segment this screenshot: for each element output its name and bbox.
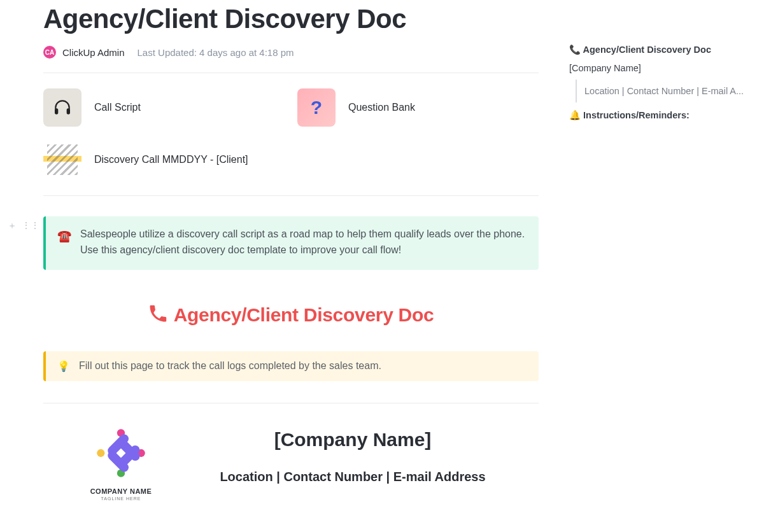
doc-heading: Agency/Client Discovery Doc bbox=[43, 304, 539, 326]
phone-icon bbox=[148, 304, 167, 326]
tip-callout[interactable]: 💡 Fill out this page to track the call l… bbox=[43, 351, 539, 381]
bell-icon: 🔔 bbox=[569, 110, 581, 120]
add-block-icon[interactable]: ＋ bbox=[8, 220, 17, 232]
question-icon: ? bbox=[297, 88, 336, 127]
drag-handle-icon[interactable]: ⋮⋮ bbox=[22, 220, 39, 232]
outline-item[interactable]: [Company Name] bbox=[569, 59, 754, 77]
block-gutter: ＋ ⋮⋮ bbox=[8, 220, 39, 232]
lightbulb-icon: 💡 bbox=[57, 360, 70, 372]
last-updated-value: 4 days ago at 4:18 pm bbox=[199, 47, 294, 58]
subpage-label: Discovery Call MMDDYY - [Client] bbox=[94, 154, 248, 165]
divider bbox=[43, 403, 539, 403]
author-avatar[interactable]: CA bbox=[43, 46, 56, 59]
divider bbox=[43, 73, 539, 73]
divider bbox=[43, 195, 539, 196]
company-block: COMPANY NAME TAGLINE HERE [Company Name]… bbox=[43, 425, 539, 501]
outline-item[interactable]: Location | Contact Number | E-mail A... bbox=[584, 82, 754, 100]
last-updated: Last Updated: 4 days ago at 4:18 pm bbox=[138, 47, 294, 58]
company-name-heading: [Company Name] bbox=[192, 429, 513, 451]
author-name[interactable]: ClickUp Admin bbox=[62, 47, 125, 58]
outline-subgroup: Location | Contact Number | E-mail A... bbox=[576, 80, 754, 102]
phone-emoji-icon: ☎️ bbox=[57, 228, 71, 258]
page-title: Agency/Client Discovery Doc bbox=[43, 4, 539, 34]
outline-item[interactable]: 📞 Agency/Client Discovery Doc bbox=[569, 41, 754, 59]
document-main: Agency/Client Discovery Doc CA ClickUp A… bbox=[43, 4, 539, 501]
company-logo: COMPANY NAME TAGLINE HERE bbox=[75, 425, 167, 501]
company-text: [Company Name] Location | Contact Number… bbox=[192, 425, 539, 484]
outline-label: Instructions/Reminders: bbox=[583, 110, 690, 120]
subpage-card-question-bank[interactable]: ? Question Bank bbox=[297, 88, 539, 127]
subpage-card-call-script[interactable]: Call Script bbox=[43, 88, 285, 127]
intro-callout-text: Salespeople utilize a discovery call scr… bbox=[80, 227, 526, 258]
headphones-icon bbox=[43, 88, 81, 127]
subpage-card-discovery-call[interactable]: Discovery Call MMDDYY - [Client] bbox=[43, 141, 539, 179]
company-subtitle: Location | Contact Number | E-mail Addre… bbox=[192, 470, 513, 484]
subpage-cards: Call Script ? Question Bank Discovery Ca… bbox=[43, 88, 539, 179]
outline-label: [Company Name] bbox=[569, 63, 641, 73]
outline-item[interactable]: 🔔 Instructions/Reminders: bbox=[569, 106, 754, 125]
doc-heading-text: Agency/Client Discovery Doc bbox=[174, 304, 434, 326]
subpage-label: Question Bank bbox=[348, 102, 415, 113]
tip-callout-text: Fill out this page to track the call log… bbox=[79, 360, 381, 372]
callout-block-row: ＋ ⋮⋮ ☎️ Salespeople utilize a discovery … bbox=[43, 216, 539, 270]
outline-label: Agency/Client Discovery Doc bbox=[583, 45, 711, 55]
doc-meta-row: CA ClickUp Admin Last Updated: 4 days ag… bbox=[43, 46, 539, 59]
svg-rect-1 bbox=[67, 108, 70, 114]
papers-icon bbox=[43, 141, 81, 179]
logo-company-name: COMPANY NAME bbox=[75, 487, 167, 495]
svg-rect-0 bbox=[55, 108, 58, 114]
outline-label: Location | Contact Number | E-mail A... bbox=[584, 86, 744, 96]
logo-tagline: TAGLINE HERE bbox=[75, 496, 167, 501]
outline-panel: 📞 Agency/Client Discovery Doc [Company N… bbox=[569, 41, 754, 125]
subpage-label: Call Script bbox=[94, 102, 141, 113]
logo-icon bbox=[93, 425, 149, 481]
phone-icon: 📞 bbox=[569, 45, 581, 55]
intro-callout[interactable]: ☎️ Salespeople utilize a discovery call … bbox=[43, 216, 539, 270]
last-updated-label: Last Updated: bbox=[138, 47, 197, 58]
svg-point-5 bbox=[97, 449, 104, 456]
